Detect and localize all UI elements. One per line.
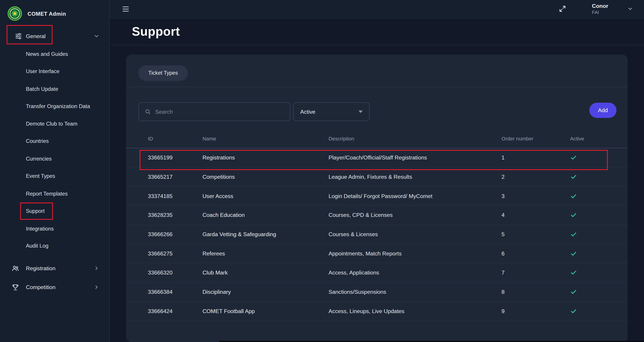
ticket-types-table: ID Name Description Order number Active …: [126, 130, 628, 321]
cell-name: Club Mark: [202, 270, 328, 276]
cell-id: 33665199: [148, 154, 202, 160]
cell-name: COMET Football App: [202, 308, 328, 314]
sidebar-item-batch-update[interactable]: Batch Update: [0, 80, 109, 98]
cell-id: 33666266: [148, 231, 202, 237]
check-icon: [570, 231, 615, 238]
user-name: Conor: [592, 2, 608, 10]
search-input[interactable]: [155, 108, 284, 114]
table-row[interactable]: 33666384 Disciplinary Sanctions/Suspensi…: [126, 282, 628, 302]
cell-id: 33666384: [148, 289, 202, 295]
table-row[interactable]: 33665217 Competitions League Admin, Fixt…: [126, 168, 628, 187]
cell-name: User Access: [202, 193, 328, 199]
cell-order: 4: [502, 212, 570, 218]
cell-order: 9: [502, 308, 570, 314]
table-row[interactable]: 33374185 User Access Login Details/ Forg…: [126, 186, 628, 206]
sliders-icon: [15, 32, 22, 40]
cell-name: Disciplinary: [202, 289, 328, 295]
sidebar: COMET Admin General News and Guides: [0, 0, 110, 342]
tab-ticket-types[interactable]: Ticket Types: [138, 65, 188, 81]
cell-description: Sanctions/Suspensions: [328, 289, 502, 295]
sidebar-item-demote-club-to-team[interactable]: Demote Club to Team: [0, 115, 109, 132]
search-box: [138, 102, 290, 121]
sidebar-group-general-label: General: [26, 33, 46, 39]
column-header-name: Name: [202, 136, 328, 142]
add-button[interactable]: Add: [589, 103, 616, 118]
sidebar-group-registration[interactable]: Registration: [0, 259, 109, 278]
cell-description: Appointments, Match Reports: [328, 250, 502, 256]
column-header-description: Description: [328, 136, 502, 142]
status-filter-select[interactable]: Active: [293, 102, 370, 121]
table-row[interactable]: 33628235 Coach Education Courses, CPD & …: [126, 206, 628, 225]
table-row[interactable]: 33665199 Registrations Player/Coach/Offi…: [126, 148, 628, 168]
sidebar-item-audit-log[interactable]: Audit Log: [0, 237, 109, 255]
menu-icon[interactable]: [121, 5, 130, 12]
search-icon: [145, 108, 151, 115]
cell-id: 33666320: [148, 270, 202, 276]
sidebar-group-competition-label: Competition: [26, 284, 56, 290]
app-root: COMET Admin General News and Guides: [0, 0, 644, 342]
check-icon: [570, 250, 615, 257]
comet-logo-icon: [8, 6, 22, 21]
check-icon: [570, 154, 615, 161]
column-header-order-number: Order number: [502, 136, 570, 142]
cell-id: 33665217: [148, 174, 202, 180]
sidebar-item-news-and-guides[interactable]: News and Guides: [0, 45, 109, 62]
sidebar-item-support[interactable]: Support: [0, 202, 109, 220]
cell-name: Coach Education: [202, 212, 328, 218]
table-row[interactable]: 33666320 Club Mark Access, Applications …: [126, 263, 628, 282]
sidebar-item-transfer-organization-data[interactable]: Transfer Organization Data: [0, 98, 109, 115]
check-icon: [570, 269, 615, 276]
cell-id: 33666424: [148, 308, 202, 314]
window-bottom-edge: [219, 341, 644, 342]
sidebar-item-countries[interactable]: Countries: [0, 132, 109, 150]
status-filter-value: Active: [300, 108, 315, 114]
check-icon: [570, 193, 615, 200]
cell-order: 2: [502, 174, 570, 180]
column-header-active: Active: [570, 136, 615, 142]
cell-description: Access, Applications: [328, 270, 502, 276]
sidebar-group-registration-label: Registration: [26, 265, 56, 271]
sidebar-group-general[interactable]: General: [0, 27, 109, 45]
cell-id: 33666275: [148, 250, 202, 256]
caret-down-icon: [358, 110, 362, 113]
sidebar-item-user-interface[interactable]: User Interface: [0, 62, 109, 80]
chevron-right-icon: [94, 284, 100, 290]
sidebar-item-currencies[interactable]: Currencies: [0, 150, 109, 168]
user-menu[interactable]: Conor FAI: [592, 2, 608, 16]
table-row[interactable]: 33666266 Garda Vetting & Safeguarding Co…: [126, 225, 628, 244]
user-organization: FAI: [592, 10, 608, 16]
page-header: Support: [110, 18, 644, 45]
cell-description: Courses & Licenses: [328, 231, 502, 237]
cell-description: League Admin, Fixtures & Results: [328, 174, 502, 180]
check-icon: [570, 212, 615, 219]
trophy-icon: [12, 283, 19, 291]
cell-description: Login Details/ Forgot Password/ MyComet: [328, 193, 502, 199]
sidebar-nav: General News and Guides User Interface B…: [0, 27, 109, 297]
check-icon: [570, 308, 615, 315]
table-row[interactable]: 33666275 Referees Appointments, Match Re…: [126, 244, 628, 264]
topbar: Conor FAI: [110, 0, 644, 18]
cell-name: Referees: [202, 250, 328, 256]
table-header-row: ID Name Description Order number Active: [126, 130, 628, 148]
sidebar-item-event-types[interactable]: Event Types: [0, 167, 109, 185]
check-icon: [570, 288, 615, 295]
cell-name: Garda Vetting & Safeguarding: [202, 231, 328, 237]
check-icon: [570, 173, 615, 180]
chevron-right-icon: [94, 265, 100, 271]
sidebar-subnav-general: News and Guides User Interface Batch Upd…: [0, 45, 109, 254]
table-row[interactable]: 33666424 COMET Football App Access, Line…: [126, 302, 628, 321]
app-title: COMET Admin: [28, 10, 66, 16]
chevron-down-icon[interactable]: [627, 6, 633, 12]
cell-order: 8: [502, 289, 570, 295]
sidebar-item-integrations[interactable]: Integrations: [0, 220, 109, 237]
topbar-right: Conor FAI: [558, 2, 633, 16]
sidebar-item-report-templates[interactable]: Report Templates: [0, 185, 109, 202]
cell-order: 6: [502, 250, 570, 256]
cell-description: Player/Coach/Official/Staff Registration…: [328, 154, 502, 160]
cell-id: 33374185: [148, 193, 202, 199]
sidebar-group-competition[interactable]: Competition: [0, 278, 109, 296]
users-icon: [12, 264, 19, 272]
brand: COMET Admin: [0, 0, 109, 27]
cell-order: 3: [502, 193, 570, 199]
fullscreen-icon[interactable]: [558, 5, 566, 13]
